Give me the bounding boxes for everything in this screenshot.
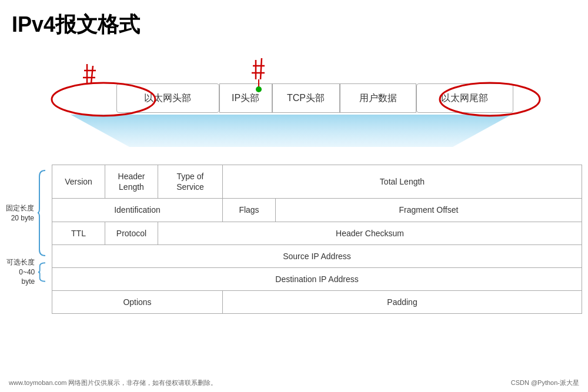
footer: www.toymoban.com 网络图片仅供展示，非存储，如有侵权请联系删除。… [0,378,588,387]
eth-head-box: 以太网头部 [116,83,219,113]
table-row: Version HeaderLength Type ofService Tota… [52,165,582,199]
svg-marker-0 [71,115,512,147]
table-row: TTL Protocol Header Checksum [52,222,582,244]
fixed-brace [36,167,47,259]
cell-protocol: Protocol [105,222,158,244]
cell-padding: Padding [223,291,582,314]
cell-options: Options [52,291,223,314]
optional-brace [37,260,47,284]
table-section: 固定长度20 byte 可选长度0~40 byte Version Header… [0,165,588,314]
table-row: Options Padding [52,291,582,314]
ipv4-table: Version HeaderLength Type ofService Tota… [52,165,582,314]
table-row: Destination IP Address [52,267,582,290]
ip-head-box: IP头部 [219,83,272,113]
diagram-area: 以太网头部 IP头部 TCP头部 用户数据 以太网尾部 [0,51,588,169]
table-row: Source IP Address [52,244,582,267]
cell-type-of-service: Type ofService [158,165,223,199]
footer-right: CSDN @Python-派大星 [511,378,579,387]
cell-source-ip: Source IP Address [52,244,582,267]
cell-header-checksum: Header Checksum [158,222,582,244]
svg-line-8 [260,58,262,79]
page-title: IPv4报文格式 [0,0,588,45]
tcp-head-box: TCP头部 [272,83,340,113]
optional-length-label: 可选长度0~40 byte [6,257,35,287]
blue-gradient [71,115,512,147]
table-row: Identification Flags Fragment Offset [52,199,582,222]
eth-tail-box: 以太网尾部 [416,83,513,113]
cell-identification: Identification [52,199,223,222]
cell-total-length: Total Length [223,165,582,199]
cell-fragment-offset: Fragment Offset [276,199,582,222]
cell-version: Version [52,165,105,199]
cell-destination-ip: Destination IP Address [52,267,582,290]
cell-header-length: HeaderLength [105,165,158,199]
cell-ttl: TTL [52,222,105,244]
footer-left: www.toymoban.com 网络图片仅供展示，非存储，如有侵权请联系删除。 [9,378,217,387]
user-data-box: 用户数据 [340,83,416,113]
frame-container: 以太网头部 IP头部 TCP头部 用户数据 以太网尾部 [47,83,582,113]
fixed-length-label: 固定长度20 byte [6,203,34,223]
cell-flags: Flags [223,199,276,222]
svg-line-4 [91,66,93,83]
